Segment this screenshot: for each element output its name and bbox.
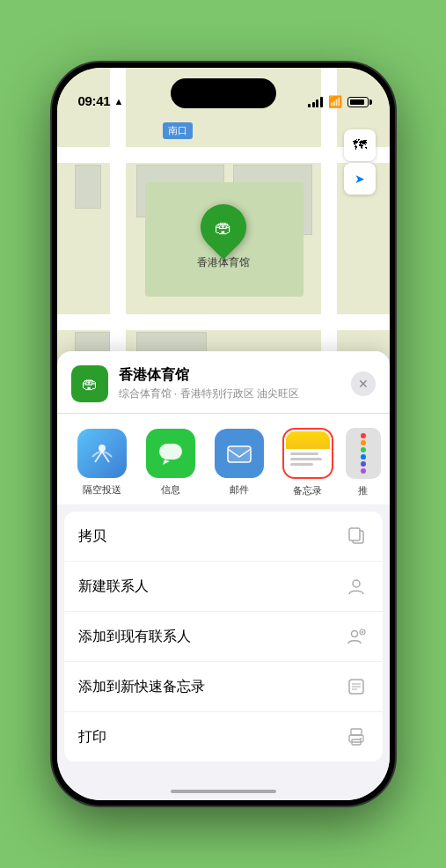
map-road-h1	[57, 147, 390, 163]
map-type-button[interactable]: 🗺	[344, 129, 376, 161]
share-action-notes[interactable]: 备忘录	[277, 428, 339, 497]
close-button[interactable]: ✕	[351, 371, 376, 396]
share-action-more[interactable]: 推	[346, 428, 381, 497]
marker-pin: 🏟	[191, 195, 256, 260]
new-contact-icon	[344, 574, 369, 599]
venue-name: 香港体育馆	[119, 366, 340, 385]
location-icon: ➤	[355, 172, 365, 186]
messages-icon	[146, 429, 195, 478]
venue-info: 香港体育馆 综合体育馆 · 香港特别行政区 油尖旺区	[119, 366, 340, 401]
more-icon	[346, 428, 381, 479]
close-icon: ✕	[358, 377, 369, 391]
location-button[interactable]: ➤	[344, 163, 376, 195]
action-copy[interactable]: 拷贝	[64, 511, 383, 562]
phone-screen: 09:41 ▲ 📶	[57, 68, 390, 800]
notes-icon	[286, 431, 330, 475]
action-new-contact[interactable]: 新建联系人	[64, 562, 383, 612]
add-existing-icon	[344, 624, 369, 649]
share-action-mail[interactable]: 邮件	[208, 429, 270, 497]
venue-subtitle: 综合体育馆 · 香港特别行政区 油尖旺区	[119, 386, 340, 401]
print-icon	[344, 725, 369, 749]
location-arrow-icon: ▲	[113, 96, 123, 107]
signal-bars	[308, 97, 323, 107]
share-actions-row: 隔空投送 信息	[57, 414, 390, 504]
svg-rect-2	[228, 446, 251, 462]
location-marker: 🏟 香港体育馆	[197, 204, 250, 270]
action-add-existing[interactable]: 添加到现有联系人	[64, 612, 383, 662]
map-road-h2	[57, 314, 390, 330]
print-label: 打印	[78, 728, 106, 747]
action-quick-note[interactable]: 添加到新快速备忘录	[64, 662, 383, 712]
venue-icon: 🏟	[215, 217, 232, 238]
share-action-airdrop[interactable]: 隔空投送	[71, 429, 133, 497]
more-label: 推	[358, 484, 368, 497]
airdrop-label: 隔空投送	[83, 483, 121, 497]
copy-icon	[344, 524, 369, 548]
share-action-messages[interactable]: 信息	[140, 429, 201, 497]
svg-rect-1	[159, 444, 182, 460]
quick-note-icon	[344, 674, 369, 699]
copy-label: 拷贝	[78, 527, 106, 546]
mail-icon	[215, 429, 264, 478]
mail-label: 邮件	[230, 483, 249, 497]
map-icon: 🗺	[353, 137, 367, 153]
svg-point-18	[360, 738, 362, 739]
messages-label: 信息	[161, 483, 180, 497]
notes-label: 备忘录	[293, 484, 322, 497]
action-list: 拷贝 新建联系人	[64, 511, 383, 761]
notes-icon-container	[282, 428, 333, 479]
svg-rect-5	[349, 528, 360, 541]
new-contact-label: 新建联系人	[78, 577, 149, 596]
map-controls: 🗺 ➤	[344, 129, 376, 195]
airdrop-icon	[77, 429, 127, 478]
action-print[interactable]: 打印	[64, 712, 383, 761]
svg-point-7	[351, 631, 357, 637]
svg-point-6	[353, 580, 360, 587]
status-icons: 📶	[308, 95, 369, 108]
add-existing-label: 添加到现有联系人	[78, 628, 191, 646]
bottom-sheet: 🏟 香港体育馆 综合体育馆 · 香港特别行政区 油尖旺区 ✕	[57, 351, 390, 800]
phone-frame: 09:41 ▲ 📶	[52, 63, 395, 805]
svg-rect-15	[351, 729, 362, 735]
map-building-1	[75, 165, 101, 209]
home-indicator	[171, 790, 276, 793]
north-text: 南口	[168, 125, 187, 136]
venue-icon-badge: 🏟	[71, 365, 108, 402]
map-north-label: 南口	[163, 122, 193, 139]
quick-note-label: 添加到新快速备忘录	[78, 678, 205, 696]
dynamic-island	[171, 78, 276, 108]
sheet-header: 🏟 香港体育馆 综合体育馆 · 香港特别行政区 油尖旺区 ✕	[57, 351, 390, 414]
status-time: 09:41	[78, 93, 111, 108]
wifi-icon: 📶	[328, 95, 342, 108]
battery-icon	[347, 97, 369, 107]
